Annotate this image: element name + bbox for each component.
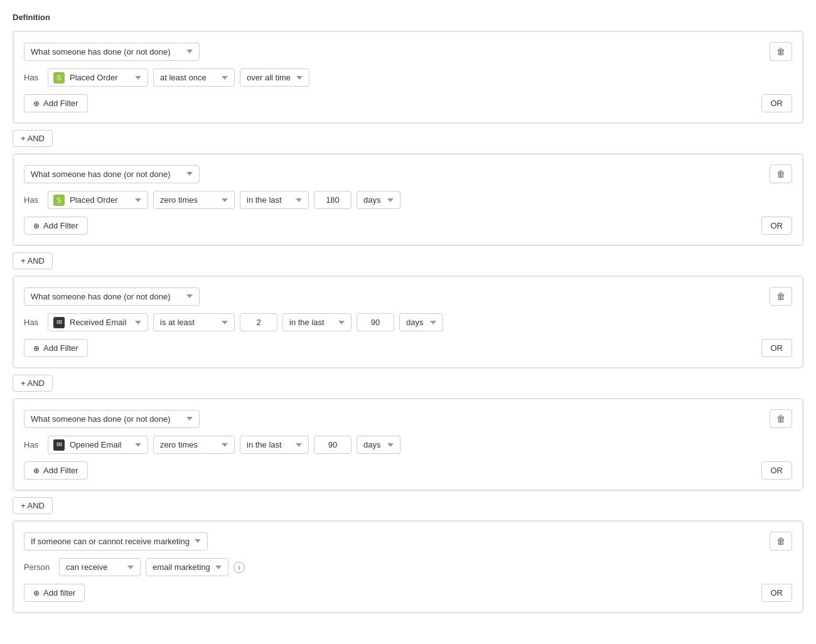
- shopify-icon-1: S: [53, 72, 65, 83]
- event-select-4[interactable]: Opened Email: [67, 436, 142, 453]
- event-wrapper-1[interactable]: S Placed Order: [48, 68, 148, 87]
- add-filter-label-1: Add Filter: [43, 99, 78, 108]
- event-wrapper-3[interactable]: ✉ Received Email: [48, 313, 148, 331]
- num-input-2[interactable]: [314, 191, 352, 209]
- condition-header-1: What someone has done (or not done) 🗑: [24, 42, 792, 61]
- condition-footer-3: ⊕ Add Filter OR: [24, 339, 792, 357]
- event-select-2[interactable]: Placed Order: [67, 191, 142, 208]
- or-button-3[interactable]: OR: [761, 339, 793, 357]
- add-filter-button-2[interactable]: ⊕ Add Filter: [24, 217, 88, 235]
- and-connector-2: + AND: [13, 252, 803, 269]
- condition-row-5: Person can receive email marketing i: [24, 558, 792, 576]
- count-input-3[interactable]: [240, 313, 277, 331]
- delete-button-5[interactable]: 🗑: [770, 532, 792, 550]
- condition-block-1: What someone has done (or not done) 🗑 Ha…: [13, 31, 803, 124]
- condition-footer-5: ⊕ Add filter OR: [24, 584, 792, 602]
- condition-type-select-4[interactable]: What someone has done (or not done): [24, 410, 200, 428]
- condition-header-3: What someone has done (or not done) 🗑: [24, 287, 792, 306]
- event-select-3[interactable]: Received Email: [67, 314, 142, 331]
- condition-row-2: Has S Placed Order zero times in the las…: [24, 191, 792, 209]
- condition-header-4: What someone has done (or not done) 🗑: [24, 409, 792, 428]
- delete-button-3[interactable]: 🗑: [770, 287, 792, 306]
- condition-row-3: Has ✉ Received Email is at least in the …: [24, 313, 792, 331]
- add-filter-button-3[interactable]: ⊕ Add Filter: [24, 339, 88, 357]
- add-filter-button-5[interactable]: ⊕ Add filter: [24, 584, 85, 602]
- condition-header-5: If someone can or cannot receive marketi…: [24, 532, 792, 550]
- or-button-2[interactable]: OR: [761, 217, 793, 235]
- unit-select-2[interactable]: days: [357, 191, 400, 209]
- event-select-1[interactable]: Placed Order: [67, 69, 142, 86]
- email-icon-4: ✉: [53, 439, 65, 451]
- frequency-select-2[interactable]: zero times: [153, 191, 235, 209]
- time-select-3[interactable]: in the last: [282, 313, 352, 331]
- filter-icon-1: ⊕: [33, 99, 40, 108]
- definition-section: Definition What someone has done (or not…: [13, 13, 803, 613]
- num-input-4[interactable]: [314, 436, 352, 454]
- condition-row-1: Has S Placed Order at least once over al…: [24, 68, 792, 87]
- condition-footer-1: ⊕ Add Filter OR: [24, 94, 792, 112]
- or-button-4[interactable]: OR: [761, 461, 793, 480]
- delete-button-4[interactable]: 🗑: [770, 409, 792, 428]
- and-button-4[interactable]: + AND: [13, 497, 53, 514]
- shopify-icon-2: S: [53, 195, 65, 206]
- frequency-select-4[interactable]: zero times: [153, 436, 235, 454]
- delete-button-2[interactable]: 🗑: [770, 164, 792, 183]
- filter-icon-3: ⊕: [33, 344, 40, 353]
- add-filter-button-4[interactable]: ⊕ Add Filter: [24, 461, 88, 480]
- condition-type-select-5[interactable]: If someone can or cannot receive marketi…: [24, 532, 208, 550]
- frequency-select-3[interactable]: is at least: [153, 313, 235, 331]
- add-filter-button-1[interactable]: ⊕ Add Filter: [24, 94, 88, 112]
- email-marketing-select-5[interactable]: email marketing: [146, 558, 228, 576]
- and-connector-4: + AND: [13, 497, 803, 514]
- time-select-1[interactable]: over all time: [240, 68, 309, 87]
- condition-header-2: What someone has done (or not done) 🗑: [24, 164, 792, 183]
- condition-footer-2: ⊕ Add Filter OR: [24, 217, 792, 235]
- has-label-2: Has: [24, 195, 43, 205]
- and-connector-1: + AND: [13, 130, 803, 147]
- frequency-select-1[interactable]: at least once: [153, 68, 235, 87]
- filter-icon-4: ⊕: [33, 466, 40, 475]
- condition-block-4: What someone has done (or not done) 🗑 Ha…: [13, 398, 803, 491]
- condition-block-3: What someone has done (or not done) 🗑 Ha…: [13, 276, 803, 368]
- email-icon-3: ✉: [53, 317, 65, 328]
- add-filter-label-2: Add Filter: [43, 221, 78, 230]
- add-filter-label-5: Add filter: [43, 588, 75, 598]
- and-connector-3: + AND: [13, 375, 803, 392]
- and-button-1[interactable]: + AND: [13, 130, 53, 147]
- condition-block-5: If someone can or cannot receive marketi…: [13, 520, 803, 613]
- page-title: Definition: [13, 13, 803, 22]
- condition-block-2: What someone has done (or not done) 🗑 Ha…: [13, 153, 803, 246]
- condition-type-select-1[interactable]: What someone has done (or not done): [24, 43, 200, 61]
- or-button-5[interactable]: OR: [761, 584, 793, 602]
- condition-footer-4: ⊕ Add Filter OR: [24, 461, 792, 480]
- person-label-5: Person: [24, 562, 54, 572]
- add-filter-label-4: Add Filter: [43, 466, 78, 475]
- time-select-2[interactable]: in the last: [240, 191, 309, 209]
- filter-icon-2: ⊕: [33, 222, 40, 230]
- has-label-4: Has: [24, 440, 43, 449]
- time-select-4[interactable]: in the last: [240, 436, 309, 454]
- condition-type-select-3[interactable]: What someone has done (or not done): [24, 287, 200, 306]
- filter-icon-5: ⊕: [33, 589, 40, 598]
- and-button-3[interactable]: + AND: [13, 375, 53, 392]
- event-wrapper-4[interactable]: ✉ Opened Email: [48, 436, 148, 454]
- event-wrapper-2[interactable]: S Placed Order: [48, 191, 148, 209]
- condition-type-select-2[interactable]: What someone has done (or not done): [24, 165, 200, 183]
- info-icon-5[interactable]: i: [234, 562, 245, 573]
- and-button-2[interactable]: + AND: [13, 252, 53, 269]
- add-filter-label-3: Add Filter: [43, 343, 78, 353]
- unit-select-3[interactable]: days: [399, 313, 443, 331]
- or-button-1[interactable]: OR: [761, 94, 793, 112]
- unit-select-4[interactable]: days: [357, 436, 400, 454]
- condition-row-4: Has ✉ Opened Email zero times in the las…: [24, 436, 792, 454]
- has-label-3: Has: [24, 318, 43, 327]
- delete-button-1[interactable]: 🗑: [770, 42, 792, 61]
- has-label-1: Has: [24, 73, 43, 82]
- num-input-3[interactable]: [357, 313, 394, 331]
- can-receive-select-5[interactable]: can receive: [59, 558, 141, 576]
